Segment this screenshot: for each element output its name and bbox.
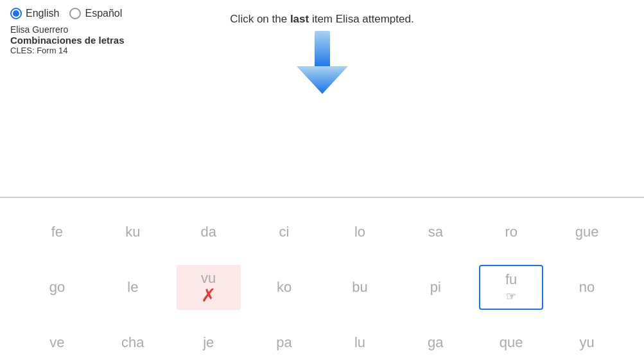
cell-2-7[interactable]: yu — [555, 320, 619, 360]
english-radio[interactable] — [10, 8, 22, 19]
cell-1-0[interactable]: go — [25, 265, 89, 310]
cell-1-2-highlighted[interactable]: vu ✗ — [177, 265, 241, 310]
cell-2-0[interactable]: ve — [25, 320, 89, 360]
espanol-option[interactable]: Español — [69, 8, 122, 19]
cell-0-7[interactable]: gue — [555, 210, 619, 255]
cell-1-3[interactable]: ko — [252, 265, 317, 310]
espanol-label: Español — [85, 8, 122, 19]
cell-0-4[interactable]: lo — [327, 210, 392, 255]
espanol-radio[interactable] — [69, 8, 81, 19]
cell-0-1[interactable]: ku — [101, 210, 165, 255]
cell-2-1[interactable]: cha — [101, 320, 165, 360]
cell-2-3[interactable]: pa — [252, 320, 317, 360]
cell-2-2[interactable]: je — [177, 320, 241, 360]
cell-0-2[interactable]: da — [177, 210, 241, 255]
cursor-icon: ☞ — [506, 289, 516, 303]
down-arrow-icon — [297, 31, 348, 95]
instruction-text: Click on the last item Elisa attempted. — [162, 13, 483, 26]
arrow-container — [162, 31, 483, 95]
cell-1-7[interactable]: no — [555, 265, 619, 310]
cell-1-6-selected[interactable]: fu ☞ — [479, 265, 543, 310]
top-section: English Español Elisa Guerrero Combinaci… — [0, 0, 644, 55]
grid-row-2: ve cha je pa lu ga que yu — [0, 315, 644, 360]
cell-2-4[interactable]: lu — [327, 320, 392, 360]
grid-section: fe ku da ci lo sa ro gue go le vu ✗ ko b… — [0, 198, 644, 360]
svg-marker-1 — [297, 66, 348, 94]
grid-row-0: fe ku da ci lo sa ro gue — [0, 204, 644, 260]
cell-1-4[interactable]: bu — [327, 265, 392, 310]
cell-2-6[interactable]: que — [479, 320, 543, 360]
cell-0-5[interactable]: sa — [403, 210, 467, 255]
instruction-bold: last — [290, 13, 309, 25]
cell-2-5[interactable]: ga — [403, 320, 467, 360]
cell-1-5[interactable]: pi — [403, 265, 467, 310]
cell-0-3[interactable]: ci — [252, 210, 317, 255]
cell-0-6[interactable]: ro — [479, 210, 543, 255]
x-mark-icon: ✗ — [201, 287, 216, 305]
cell-0-0[interactable]: fe — [25, 210, 89, 255]
english-option[interactable]: English — [10, 8, 59, 19]
grid-row-1: go le vu ✗ ko bu pi fu ☞ no — [0, 260, 644, 315]
english-label: English — [26, 8, 59, 19]
instruction-area: Click on the last item Elisa attempted. — [162, 13, 483, 95]
cell-1-1[interactable]: le — [101, 265, 165, 310]
svg-rect-0 — [315, 31, 330, 68]
